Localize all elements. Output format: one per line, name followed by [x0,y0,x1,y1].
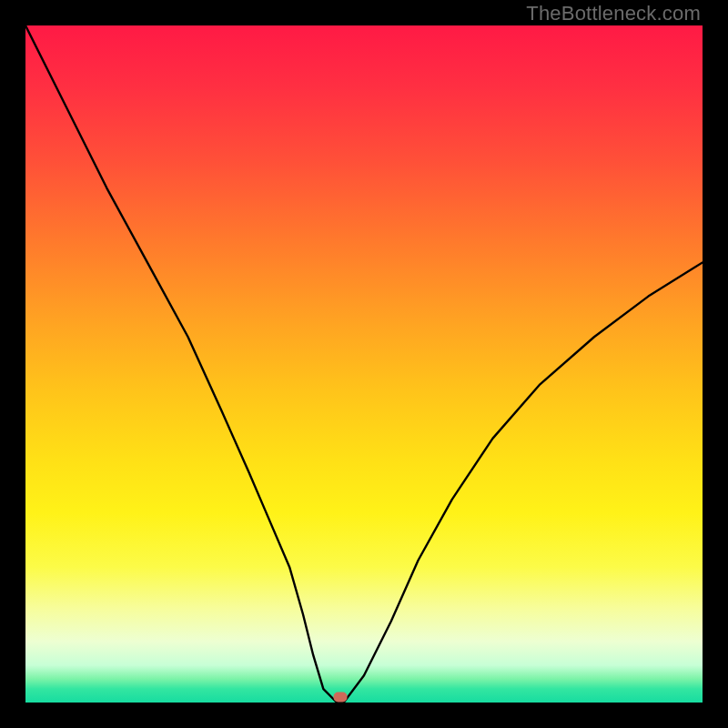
plot-area [25,25,703,703]
minimum-marker [333,693,347,703]
bottleneck-curve [25,25,703,703]
chart-frame: TheBottleneck.com [0,0,728,728]
watermark-text: TheBottleneck.com [526,2,701,25]
